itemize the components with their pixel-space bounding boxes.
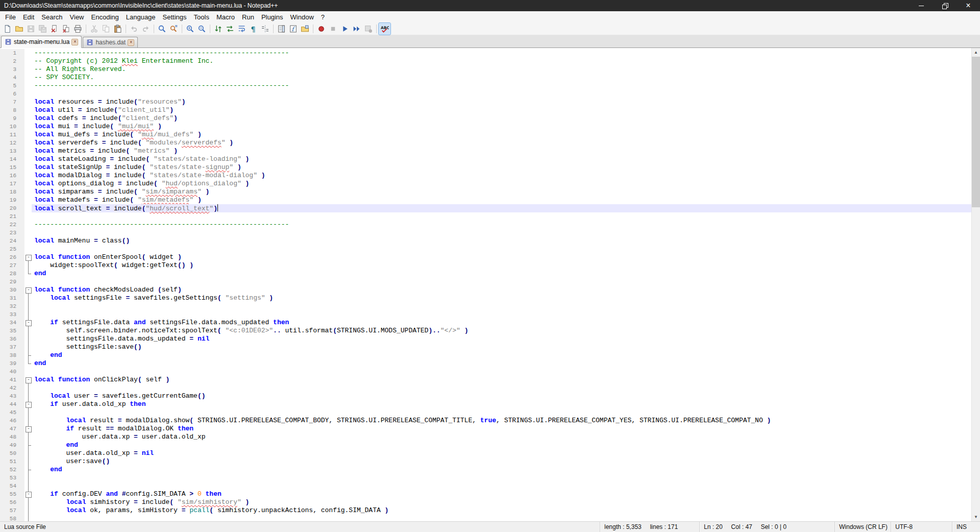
zoom-in-icon[interactable] xyxy=(184,23,196,35)
function-list-icon[interactable]: f xyxy=(287,23,299,35)
tab-close-icon[interactable]: × xyxy=(128,39,134,46)
code-line[interactable]: 25 xyxy=(0,245,971,253)
scrollbar-thumb[interactable] xyxy=(972,57,980,207)
code-line[interactable]: 3-- All Rights Reserved. xyxy=(0,65,971,74)
code-line[interactable]: 56 local simhistory = include( "sim/simh… xyxy=(0,498,971,506)
scroll-down-arrow-icon[interactable]: ▼ xyxy=(972,513,980,521)
code-line[interactable]: 44 if user.data.old_xp then xyxy=(0,400,971,408)
code-line[interactable]: 48 user.data.xp = user.data.old_xp xyxy=(0,433,971,441)
redo-icon[interactable] xyxy=(140,23,152,35)
menu-item-plugins[interactable]: Plugins xyxy=(258,12,287,22)
code-line[interactable]: 24local mainMenu = class() xyxy=(0,237,971,245)
code-line[interactable]: 28end xyxy=(0,270,971,278)
zoom-out-icon[interactable] xyxy=(196,23,208,35)
word-wrap-icon[interactable] xyxy=(236,23,248,35)
menu-item-encoding[interactable]: Encoding xyxy=(88,12,122,22)
spell-check-icon[interactable]: ABC xyxy=(379,23,390,35)
code-line[interactable]: 10local mui = include( "mui/mui" ) xyxy=(0,123,971,131)
fold-collapse-icon[interactable] xyxy=(24,319,32,327)
code-line[interactable]: 50 user.data.old_xp = nil xyxy=(0,449,971,457)
paste-icon[interactable] xyxy=(112,23,124,35)
stop-recording-icon[interactable] xyxy=(327,23,339,35)
menu-item-settings[interactable]: Settings xyxy=(159,12,190,22)
fold-collapse-icon[interactable] xyxy=(24,253,32,261)
tab-close-icon[interactable]: × xyxy=(71,39,78,45)
replace-icon[interactable] xyxy=(168,23,180,35)
code-line[interactable]: 38 end xyxy=(0,351,971,359)
code-line[interactable]: 4-- SPY SOCIETY. xyxy=(0,74,971,82)
code-line[interactable]: 14local stateLoading = include( "states/… xyxy=(0,155,971,163)
new-file-icon[interactable] xyxy=(2,23,13,35)
save-all-icon[interactable] xyxy=(37,23,48,35)
code-line[interactable]: 41local function onClickPlay( self ) xyxy=(0,376,971,384)
cut-icon[interactable] xyxy=(88,23,100,35)
close-all-icon[interactable] xyxy=(60,23,72,35)
document-map-icon[interactable] xyxy=(276,23,287,35)
menu-item-macro[interactable]: Macro xyxy=(213,12,238,22)
code-line[interactable]: 5---------------------------------------… xyxy=(0,82,971,90)
code-line[interactable]: 1---------------------------------------… xyxy=(0,49,971,57)
close-button[interactable]: × xyxy=(957,0,980,11)
vertical-scrollbar[interactable]: ▲ ▼ xyxy=(971,48,980,521)
fold-collapse-icon[interactable] xyxy=(24,490,32,498)
code-line[interactable]: 26local function onEnterSpool( widget ) xyxy=(0,253,971,261)
code-line[interactable]: 18local simparams = include( "sim/simpar… xyxy=(0,188,971,196)
open-file-icon[interactable] xyxy=(13,23,25,35)
code-line[interactable]: 53 xyxy=(0,474,971,482)
code-line[interactable]: 13local metrics = include( "metrics" ) xyxy=(0,147,971,155)
code-line[interactable]: 58 xyxy=(0,515,971,521)
code-line[interactable]: 21 xyxy=(0,212,971,221)
close-file-icon[interactable] xyxy=(48,23,60,35)
code-line[interactable]: 43 local user = savefiles.getCurrentGame… xyxy=(0,392,971,400)
undo-icon[interactable] xyxy=(128,23,140,35)
menu-item-tools[interactable]: Tools xyxy=(190,12,213,22)
sync-vertical-icon[interactable] xyxy=(212,23,224,35)
fold-collapse-icon[interactable] xyxy=(24,376,32,384)
code-line[interactable]: 12local serverdefs = include( "modules/s… xyxy=(0,139,971,147)
menu-item-window[interactable]: Window xyxy=(287,12,317,22)
code-line[interactable]: 37 settingsFile:save() xyxy=(0,343,971,351)
code-line[interactable]: 23 xyxy=(0,229,971,237)
save-recorded-macro-icon[interactable] xyxy=(362,23,374,35)
scrollbar-track[interactable] xyxy=(972,57,980,513)
menu-item-search[interactable]: Search xyxy=(38,12,66,22)
code-line[interactable]: 7local resources = include("resources") xyxy=(0,98,971,106)
code-line[interactable]: 39end xyxy=(0,359,971,368)
menu-item-help[interactable]: ? xyxy=(317,12,328,22)
code-line[interactable]: 45 xyxy=(0,408,971,417)
code-line[interactable]: 42 xyxy=(0,384,971,392)
show-indent-guide-icon[interactable] xyxy=(259,23,271,35)
code-line[interactable]: 32 xyxy=(0,302,971,310)
code-area[interactable]: 1---------------------------------------… xyxy=(0,48,971,521)
code-line[interactable]: 29 xyxy=(0,278,971,286)
code-line[interactable]: 55 if config.DEV and #config.SIM_DATA > … xyxy=(0,490,971,498)
menu-item-run[interactable]: Run xyxy=(238,12,258,22)
minimize-button[interactable] xyxy=(910,0,933,11)
menu-item-edit[interactable]: Edit xyxy=(19,12,38,22)
save-icon[interactable] xyxy=(25,23,37,35)
copy-icon[interactable] xyxy=(100,23,112,35)
run-macro-multiple-icon[interactable] xyxy=(351,23,362,35)
code-line[interactable]: 47 if result == modalDialog.OK then xyxy=(0,425,971,433)
sync-horizontal-icon[interactable] xyxy=(224,23,236,35)
code-line[interactable]: 36 settingsFile.data.mods_updated = nil xyxy=(0,335,971,343)
code-line[interactable]: 6 xyxy=(0,90,971,98)
code-line[interactable]: 15local stateSignUp = include( "states/s… xyxy=(0,163,971,172)
fold-collapse-icon[interactable] xyxy=(24,286,32,294)
code-line[interactable]: 33 xyxy=(0,310,971,319)
code-line[interactable]: 17local options_dialog = include( "hud/o… xyxy=(0,180,971,188)
restore-button[interactable] xyxy=(933,0,957,11)
code-line[interactable]: 27 widget:spoolText( widget:getText() ) xyxy=(0,261,971,270)
find-icon[interactable] xyxy=(156,23,168,35)
scroll-up-arrow-icon[interactable]: ▲ xyxy=(972,48,980,57)
code-line[interactable]: 20local scroll_text = include("hud/scrol… xyxy=(0,204,971,212)
code-line[interactable]: 31 local settingsFile = savefiles.getSet… xyxy=(0,294,971,302)
code-line[interactable]: 46 local result = modalDialog.show( STRI… xyxy=(0,417,971,425)
code-line[interactable]: 52 end xyxy=(0,466,971,474)
code-line[interactable]: 16local modalDialog = include( "states/s… xyxy=(0,172,971,180)
code-line[interactable]: 30local function checkModsLoaded (self) xyxy=(0,286,971,294)
code-line[interactable]: 11local mui_defs = include( "mui/mui_def… xyxy=(0,131,971,139)
code-line[interactable]: 54 xyxy=(0,482,971,490)
code-line[interactable]: 22--------------------------------------… xyxy=(0,221,971,229)
code-line[interactable]: 19local metadefs = include( "sim/metadef… xyxy=(0,196,971,204)
